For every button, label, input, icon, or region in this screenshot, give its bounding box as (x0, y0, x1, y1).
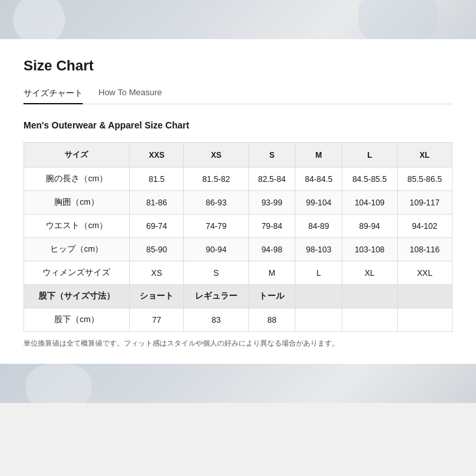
table-cell: レギュラー (184, 285, 248, 308)
col-header-size: サイズ (24, 143, 130, 168)
main-content: Size Chart サイズチャート How To Measure Men's … (0, 39, 476, 364)
table-cell: 77 (129, 308, 183, 332)
table-cell: XL (342, 261, 397, 285)
table-cell: L (295, 261, 342, 285)
table-cell: 94-98 (248, 238, 295, 261)
table-cell: 85-90 (129, 238, 183, 261)
table-cell: 84.5-85.5 (342, 168, 397, 191)
table-cell (342, 308, 397, 332)
top-background (0, 0, 476, 39)
table-cell: 104-109 (342, 191, 397, 215)
tab-size-chart[interactable]: サイズチャート (23, 83, 83, 104)
table-cell: 83 (184, 308, 248, 332)
table-header-row: サイズ XXS XS S M L XL (24, 143, 453, 168)
col-header-xs: XS (184, 143, 248, 168)
table-cell: 腕の長さ（cm） (24, 168, 130, 191)
col-header-l: L (342, 143, 397, 168)
table-cell: 81.5-82 (184, 168, 248, 191)
page-title: Size Chart (23, 57, 453, 74)
col-header-xxs: XXS (129, 143, 183, 168)
tab-how-to-measure[interactable]: How To Measure (98, 83, 162, 104)
table-cell: 82.5-84 (248, 168, 295, 191)
table-cell: 胸囲（cm） (24, 191, 130, 215)
table-cell: ヒップ（cm） (24, 238, 130, 261)
table-cell: ショート (129, 285, 183, 308)
table-cell: XS (129, 261, 183, 285)
table-cell: 股下（サイズ寸法） (24, 285, 130, 308)
bottom-background (0, 364, 476, 403)
section-title: Men's Outerwear & Apparel Size Chart (23, 120, 453, 130)
tabs-bar: サイズチャート How To Measure (23, 83, 453, 104)
table-cell (342, 285, 397, 308)
table-cell: 79-84 (248, 215, 295, 238)
table-cell: 84-89 (295, 215, 342, 238)
table-cell (397, 285, 452, 308)
table-cell: 85.5-86.5 (397, 168, 452, 191)
table-cell: 98-103 (295, 238, 342, 261)
table-cell: 90-94 (184, 238, 248, 261)
table-cell: 99-104 (295, 191, 342, 215)
table-cell: M (248, 261, 295, 285)
table-cell (295, 308, 342, 332)
table-cell: ウィメンズサイズ (24, 261, 130, 285)
table-cell: 84-84.5 (295, 168, 342, 191)
table-cell: 109-117 (397, 191, 452, 215)
table-cell: 81-86 (129, 191, 183, 215)
table-cell: 94-102 (397, 215, 452, 238)
table-row: 股下（cm）778388 (24, 308, 453, 332)
table-row: 胸囲（cm）81-8686-9393-9999-104104-109109-11… (24, 191, 453, 215)
table-cell: トール (248, 285, 295, 308)
table-cell: 103-108 (342, 238, 397, 261)
table-cell: 88 (248, 308, 295, 332)
table-cell: 93-99 (248, 191, 295, 215)
table-cell: 108-116 (397, 238, 452, 261)
table-row: ヒップ（cm）85-9090-9494-9898-103103-108108-1… (24, 238, 453, 261)
table-cell: 69-74 (129, 215, 183, 238)
footnote: 単位換算値は全て概算値です。フィット感はスタイルや個人の好みにより異なる場合があ… (23, 338, 453, 348)
table-cell (397, 308, 452, 332)
table-cell: XXL (397, 261, 452, 285)
table-cell: S (184, 261, 248, 285)
table-row: 腕の長さ（cm）81.581.5-8282.5-8484-84.584.5-85… (24, 168, 453, 191)
table-cell: 股下（cm） (24, 308, 130, 332)
table-cell: ウエスト（cm） (24, 215, 130, 238)
table-row: 股下（サイズ寸法）ショートレギュラートール (24, 285, 453, 308)
table-cell: 74-79 (184, 215, 248, 238)
col-header-xl: XL (397, 143, 452, 168)
table-row: ウィメンズサイズXSSMLXLXXL (24, 261, 453, 285)
col-header-s: S (248, 143, 295, 168)
table-cell: 86-93 (184, 191, 248, 215)
size-chart-table: サイズ XXS XS S M L XL 腕の長さ（cm）81.581.5-828… (23, 142, 453, 332)
col-header-m: M (295, 143, 342, 168)
table-row: ウエスト（cm）69-7474-7979-8484-8989-9494-102 (24, 215, 453, 238)
table-cell: 89-94 (342, 215, 397, 238)
table-cell (295, 285, 342, 308)
table-cell: 81.5 (129, 168, 183, 191)
